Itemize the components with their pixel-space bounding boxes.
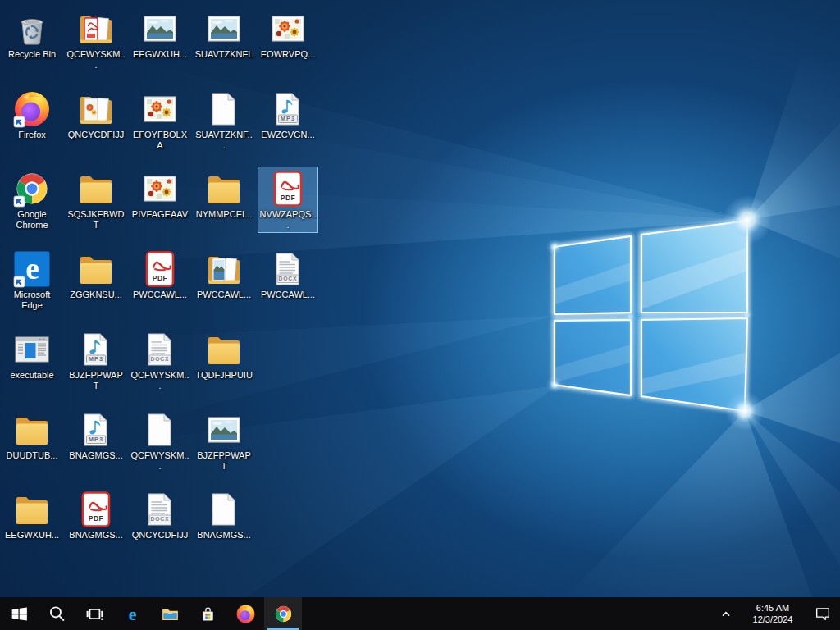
desktop-icon-doc-blank[interactable]: BNAGMGS... xyxy=(194,487,254,543)
desktop-icon-folder-files-flowers[interactable]: QNCYCDFIJJ xyxy=(66,87,126,143)
svg-text:PDF: PDF xyxy=(153,274,168,282)
desktop-icon-docx[interactable]: DOCXPWCCAWL... xyxy=(258,247,318,303)
pdf-icon: PDF xyxy=(268,169,308,208)
svg-text:PDF: PDF xyxy=(281,194,296,202)
pdf-icon: PDF xyxy=(76,490,116,529)
store-icon xyxy=(198,604,218,624)
taskbar-search-button[interactable] xyxy=(38,597,75,630)
svg-text:MP3: MP3 xyxy=(281,115,295,122)
folder-files-pdf-icon xyxy=(76,9,116,48)
desktop-icon-folder[interactable]: DUUDTUB... xyxy=(2,408,62,463)
desktop-icon-label: QCFWYSKM... xyxy=(66,49,126,71)
desktop-icon-label: NYMMPCEI... xyxy=(196,209,252,220)
desktop-icon-mp3[interactable]: MP3BJZFPPWAPT xyxy=(66,327,126,394)
desktop-icon-image-landscape[interactable]: EEGWXUH... xyxy=(130,7,190,62)
desktop-icon-folder-files-pdf[interactable]: QCFWYSKM... xyxy=(66,7,126,73)
taskbar-store-button[interactable] xyxy=(189,597,226,630)
desktop-icon-image-landscape[interactable]: BJZFPPWAPT xyxy=(194,408,254,474)
desktop-icon-label: DUUDTUB... xyxy=(7,450,58,461)
desktop-icon-chrome[interactable]: Google Chrome xyxy=(2,167,62,233)
svg-text:e: e xyxy=(128,605,136,624)
tray-expand-button[interactable] xyxy=(712,597,740,630)
svg-text:MP3: MP3 xyxy=(89,355,103,363)
folder-icon xyxy=(76,249,116,289)
desktop-icon-image-flowers[interactable]: PIVFAGEAAV xyxy=(130,167,190,222)
desktop-icon-mp3[interactable]: MP3EWZCVGN... xyxy=(258,87,318,143)
desktop-icon-mp3[interactable]: MP3BNAGMGS... xyxy=(66,408,126,463)
desktop-icon-label: TQDFJHPUIU xyxy=(195,370,253,381)
folder-files-landscape-icon xyxy=(204,249,244,289)
mp3-icon: MP3 xyxy=(76,330,116,369)
desktop-icon-label: SUAVTZKNF... xyxy=(194,130,253,151)
taskbar-edge-button[interactable]: e xyxy=(113,597,151,630)
chrome-icon xyxy=(12,169,52,208)
desktop-icon-label: BJZFPPWAPT xyxy=(194,450,253,472)
desktop-icon-label: PWCCAWL... xyxy=(197,290,251,300)
desktop-icon-label: EEGWXUH... xyxy=(133,49,187,60)
svg-text:DOCX: DOCX xyxy=(151,516,170,522)
desktop-icon-folder[interactable]: SQSJKEBWDT xyxy=(66,167,126,233)
desktop-icon-folder-files-landscape[interactable]: PWCCAWL... xyxy=(194,247,254,303)
taskbar-file-explorer-button[interactable] xyxy=(151,597,189,630)
desktop-icon-executable[interactable]: executable xyxy=(2,327,62,383)
desktop-icon-recycle-bin[interactable]: Recycle Bin xyxy=(2,7,62,62)
desktop-icon-folder[interactable]: ZGGKNSU... xyxy=(66,247,126,303)
desktop-icon-image-flowers[interactable]: EOWRVPQ... xyxy=(258,7,318,62)
desktop-icon-doc-blank[interactable]: SUAVTZKNF... xyxy=(194,87,254,153)
desktop-icon-label: EFOYFBOLXA xyxy=(130,130,189,151)
task-view-icon xyxy=(84,604,105,624)
desktop-icon-edge[interactable]: eMicrosoft Edge xyxy=(2,247,62,313)
file-explorer-icon xyxy=(160,604,180,624)
pdf-icon: PDF xyxy=(140,249,180,289)
desktop-icon-firefox[interactable]: Firefox xyxy=(2,87,62,143)
desktop-icon-label: QCFWYSKM... xyxy=(130,370,189,391)
taskbar-chrome-button[interactable] xyxy=(264,597,302,630)
taskbar-start-button[interactable] xyxy=(0,597,38,630)
desktop-icon-label: SQSJKEBWDT xyxy=(66,209,126,231)
desktop-icon-image-flowers[interactable]: EFOYFBOLXA xyxy=(130,87,190,153)
desktop-icon-label: QNCYCDFIJJ xyxy=(132,530,188,541)
windows-logo-icon xyxy=(9,604,30,624)
docx-icon: DOCX xyxy=(268,249,308,289)
action-center-button[interactable] xyxy=(806,597,840,630)
edge-icon: e xyxy=(122,604,143,624)
docx-icon: DOCX xyxy=(140,490,180,529)
desktop-icon-label: NVWZAPQS... xyxy=(258,209,317,231)
desktop-icon-label: PWCCAWL... xyxy=(133,290,187,300)
mp3-icon: MP3 xyxy=(268,89,308,129)
desktop-icon-docx[interactable]: DOCXQCFWYSKM... xyxy=(130,327,190,394)
svg-text:PDF: PDF xyxy=(89,514,104,523)
taskbar-task-view-button[interactable] xyxy=(75,597,113,630)
desktop-icon-label: QCFWYSKM... xyxy=(130,450,189,472)
desktop-icon-label: EEGWXUH... xyxy=(5,530,59,541)
desktop-icon-label: BNAGMGS... xyxy=(197,530,250,541)
desktop-icon-pdf[interactable]: PDFNVWZAPQS... xyxy=(258,167,318,233)
svg-text:DOCX: DOCX xyxy=(151,356,170,362)
clock-date: 12/3/2024 xyxy=(753,614,793,625)
desktop-icon-folder[interactable]: TQDFJHPUIU xyxy=(194,327,254,383)
taskbar-clock[interactable]: 6:45 AM 12/3/2024 xyxy=(740,597,806,630)
taskbar-firefox-button[interactable] xyxy=(226,597,264,630)
desktop-icon-label: SUAVTZKNFL xyxy=(195,49,253,60)
firefox-icon xyxy=(12,89,52,129)
desktop-icon-docx[interactable]: DOCXQNCYCDFIJJ xyxy=(130,487,190,543)
desktop-icon-doc-blank[interactable]: QCFWYSKM... xyxy=(130,408,190,474)
desktop-icon-pdf[interactable]: PDFBNAGMGS... xyxy=(66,487,126,543)
chevron-up-icon xyxy=(717,605,735,623)
image-flowers-icon xyxy=(140,169,180,208)
desktop-icon-folder[interactable]: EEGWXUH... xyxy=(2,487,62,543)
desktop-icon-label: QNCYCDFIJJ xyxy=(68,130,124,140)
docx-icon: DOCX xyxy=(140,330,180,369)
desktop-icon-pdf[interactable]: PDFPWCCAWL... xyxy=(130,247,190,303)
desktop-icon-folder[interactable]: NYMMPCEI... xyxy=(194,167,254,222)
desktop-icon-label: BNAGMGS... xyxy=(69,450,122,461)
folder-icon xyxy=(76,169,116,208)
image-landscape-icon xyxy=(204,9,244,48)
desktop[interactable]: Recycle BinQCFWYSKM...EEGWXUH...SUAVTZKN… xyxy=(0,0,840,597)
desktop-icon-label: EOWRVPQ... xyxy=(261,49,315,60)
desktop-icon-image-landscape[interactable]: SUAVTZKNFL xyxy=(194,7,254,62)
desktop-icon-label: ZGGKNSU... xyxy=(70,290,122,300)
desktop-icon-label: PIVFAGEAAV xyxy=(132,209,188,220)
folder-icon xyxy=(12,490,52,529)
image-landscape-icon xyxy=(140,9,180,48)
